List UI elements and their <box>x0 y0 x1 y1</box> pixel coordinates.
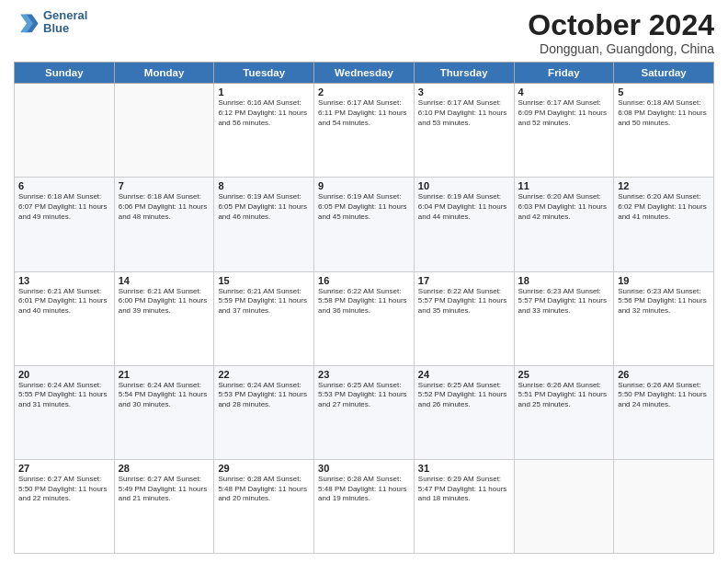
calendar-header-cell: Sunday <box>15 63 115 84</box>
calendar-cell: 20Sunrise: 6:24 AM Sunset: 5:55 PM Dayli… <box>15 365 115 459</box>
calendar-cell: 10Sunrise: 6:19 AM Sunset: 6:04 PM Dayli… <box>414 178 514 271</box>
calendar-cell <box>614 459 714 553</box>
day-info: Sunrise: 6:17 AM Sunset: 6:10 PM Dayligh… <box>418 98 510 128</box>
day-info: Sunrise: 6:16 AM Sunset: 6:12 PM Dayligh… <box>218 98 310 128</box>
calendar-week-row: 13Sunrise: 6:21 AM Sunset: 6:01 PM Dayli… <box>15 271 714 365</box>
day-number: 25 <box>518 369 610 380</box>
calendar-table: SundayMondayTuesdayWednesdayThursdayFrid… <box>14 62 714 554</box>
calendar-cell: 26Sunrise: 6:26 AM Sunset: 5:50 PM Dayli… <box>614 365 714 459</box>
calendar-cell: 9Sunrise: 6:19 AM Sunset: 6:05 PM Daylig… <box>314 178 415 271</box>
day-info: Sunrise: 6:19 AM Sunset: 6:05 PM Dayligh… <box>218 192 310 222</box>
day-number: 20 <box>18 369 110 380</box>
day-info: Sunrise: 6:27 AM Sunset: 5:49 PM Dayligh… <box>119 475 210 504</box>
calendar-header-cell: Friday <box>514 63 614 84</box>
calendar-cell: 22Sunrise: 6:24 AM Sunset: 5:53 PM Dayli… <box>214 365 314 459</box>
calendar-cell: 18Sunrise: 6:23 AM Sunset: 5:57 PM Dayli… <box>514 271 614 365</box>
calendar-week-row: 6Sunrise: 6:18 AM Sunset: 6:07 PM Daylig… <box>15 178 714 271</box>
day-info: Sunrise: 6:26 AM Sunset: 5:51 PM Dayligh… <box>518 381 610 410</box>
calendar-cell: 17Sunrise: 6:22 AM Sunset: 5:57 PM Dayli… <box>414 271 514 365</box>
day-number: 13 <box>18 275 110 286</box>
calendar-cell: 29Sunrise: 6:28 AM Sunset: 5:48 PM Dayli… <box>214 459 314 553</box>
calendar-cell: 3Sunrise: 6:17 AM Sunset: 6:10 PM Daylig… <box>414 84 514 178</box>
day-info: Sunrise: 6:21 AM Sunset: 6:01 PM Dayligh… <box>18 287 110 316</box>
calendar-cell: 6Sunrise: 6:18 AM Sunset: 6:07 PM Daylig… <box>15 178 115 271</box>
calendar-cell: 25Sunrise: 6:26 AM Sunset: 5:51 PM Dayli… <box>514 365 614 459</box>
day-info: Sunrise: 6:23 AM Sunset: 5:56 PM Dayligh… <box>618 287 710 316</box>
day-number: 7 <box>119 180 210 191</box>
calendar-cell: 31Sunrise: 6:29 AM Sunset: 5:47 PM Dayli… <box>414 459 514 553</box>
day-info: Sunrise: 6:19 AM Sunset: 6:05 PM Dayligh… <box>318 192 410 222</box>
calendar-header-cell: Wednesday <box>314 63 415 84</box>
day-number: 6 <box>18 180 110 191</box>
calendar-cell: 2Sunrise: 6:17 AM Sunset: 6:11 PM Daylig… <box>314 84 415 178</box>
logo: General Blue <box>14 9 87 36</box>
day-info: Sunrise: 6:20 AM Sunset: 6:02 PM Dayligh… <box>618 192 710 222</box>
calendar-cell: 13Sunrise: 6:21 AM Sunset: 6:01 PM Dayli… <box>15 271 115 365</box>
day-number: 1 <box>218 86 310 98</box>
day-number: 29 <box>218 463 310 474</box>
day-number: 24 <box>418 369 510 380</box>
day-number: 8 <box>218 180 310 191</box>
calendar-cell: 1Sunrise: 6:16 AM Sunset: 6:12 PM Daylig… <box>214 84 314 178</box>
day-number: 18 <box>518 275 610 286</box>
day-info: Sunrise: 6:25 AM Sunset: 5:52 PM Dayligh… <box>418 381 510 410</box>
header-row: SundayMondayTuesdayWednesdayThursdayFrid… <box>15 63 714 84</box>
calendar-header: SundayMondayTuesdayWednesdayThursdayFrid… <box>15 63 714 84</box>
calendar-header-cell: Monday <box>114 63 214 84</box>
day-number: 30 <box>318 463 410 474</box>
day-info: Sunrise: 6:29 AM Sunset: 5:47 PM Dayligh… <box>418 475 510 504</box>
day-number: 11 <box>518 180 610 191</box>
day-number: 14 <box>119 275 210 286</box>
calendar-cell: 11Sunrise: 6:20 AM Sunset: 6:03 PM Dayli… <box>514 178 614 271</box>
day-number: 10 <box>418 180 510 191</box>
day-number: 26 <box>618 369 710 380</box>
logo-icon <box>14 9 40 35</box>
calendar-cell: 21Sunrise: 6:24 AM Sunset: 5:54 PM Dayli… <box>114 365 214 459</box>
day-info: Sunrise: 6:23 AM Sunset: 5:57 PM Dayligh… <box>518 287 610 316</box>
calendar-cell: 12Sunrise: 6:20 AM Sunset: 6:02 PM Dayli… <box>614 178 714 271</box>
day-info: Sunrise: 6:22 AM Sunset: 5:58 PM Dayligh… <box>318 287 410 316</box>
calendar-cell: 14Sunrise: 6:21 AM Sunset: 6:00 PM Dayli… <box>114 271 214 365</box>
day-number: 23 <box>318 369 410 380</box>
day-number: 5 <box>618 86 710 98</box>
day-info: Sunrise: 6:17 AM Sunset: 6:11 PM Dayligh… <box>318 98 410 128</box>
day-number: 2 <box>318 86 410 98</box>
day-number: 22 <box>218 369 310 380</box>
calendar-cell: 16Sunrise: 6:22 AM Sunset: 5:58 PM Dayli… <box>314 271 415 365</box>
day-info: Sunrise: 6:24 AM Sunset: 5:55 PM Dayligh… <box>18 381 110 410</box>
logo-line2: Blue <box>43 22 87 35</box>
calendar-cell <box>514 459 614 553</box>
title-block: October 2024 Dongguan, Guangdong, China <box>528 9 714 56</box>
calendar-header-cell: Tuesday <box>214 63 314 84</box>
day-info: Sunrise: 6:18 AM Sunset: 6:07 PM Dayligh… <box>18 192 110 222</box>
subtitle: Dongguan, Guangdong, China <box>528 41 714 56</box>
day-number: 27 <box>18 463 110 474</box>
day-info: Sunrise: 6:28 AM Sunset: 5:48 PM Dayligh… <box>318 475 410 504</box>
calendar-cell: 7Sunrise: 6:18 AM Sunset: 6:06 PM Daylig… <box>114 178 214 271</box>
day-number: 21 <box>119 369 210 380</box>
calendar-cell: 24Sunrise: 6:25 AM Sunset: 5:52 PM Dayli… <box>414 365 514 459</box>
day-info: Sunrise: 6:27 AM Sunset: 5:50 PM Dayligh… <box>18 475 110 504</box>
calendar-cell: 30Sunrise: 6:28 AM Sunset: 5:48 PM Dayli… <box>314 459 415 553</box>
calendar-cell: 5Sunrise: 6:18 AM Sunset: 6:08 PM Daylig… <box>614 84 714 178</box>
day-number: 15 <box>218 275 310 286</box>
calendar-header-cell: Saturday <box>614 63 714 84</box>
calendar-week-row: 1Sunrise: 6:16 AM Sunset: 6:12 PM Daylig… <box>15 84 714 178</box>
day-info: Sunrise: 6:22 AM Sunset: 5:57 PM Dayligh… <box>418 287 510 316</box>
day-info: Sunrise: 6:20 AM Sunset: 6:03 PM Dayligh… <box>518 192 610 222</box>
page: General Blue October 2024 Dongguan, Guan… <box>0 0 728 563</box>
calendar-cell: 8Sunrise: 6:19 AM Sunset: 6:05 PM Daylig… <box>214 178 314 271</box>
day-number: 31 <box>418 463 510 474</box>
day-number: 16 <box>318 275 410 286</box>
day-info: Sunrise: 6:18 AM Sunset: 6:06 PM Dayligh… <box>119 192 210 222</box>
day-number: 12 <box>618 180 710 191</box>
day-number: 17 <box>418 275 510 286</box>
day-info: Sunrise: 6:26 AM Sunset: 5:50 PM Dayligh… <box>618 381 710 410</box>
calendar-cell: 15Sunrise: 6:21 AM Sunset: 5:59 PM Dayli… <box>214 271 314 365</box>
logo-text: General Blue <box>43 9 87 36</box>
calendar-cell: 19Sunrise: 6:23 AM Sunset: 5:56 PM Dayli… <box>614 271 714 365</box>
day-info: Sunrise: 6:21 AM Sunset: 5:59 PM Dayligh… <box>218 287 310 316</box>
calendar-body: 1Sunrise: 6:16 AM Sunset: 6:12 PM Daylig… <box>15 84 714 554</box>
logo-line1: General <box>43 9 87 22</box>
day-number: 4 <box>518 86 610 98</box>
